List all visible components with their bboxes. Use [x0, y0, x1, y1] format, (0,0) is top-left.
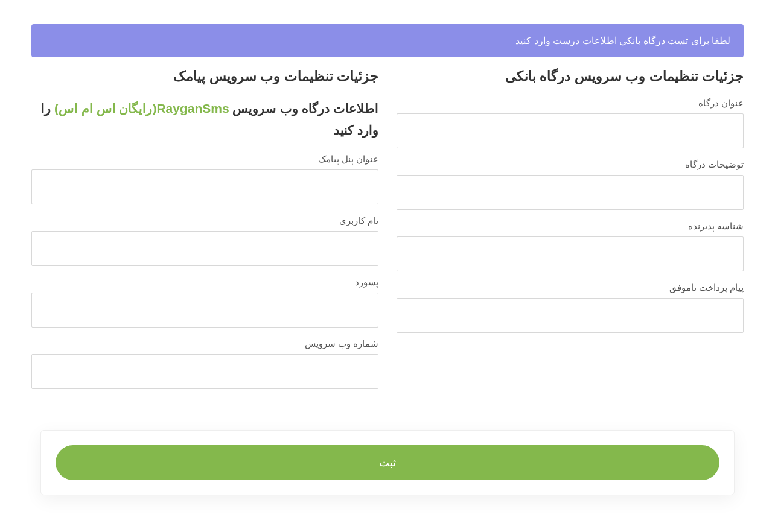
- gateway-merchant-label: شناسه پذیرنده: [397, 221, 744, 232]
- page-container: لطفا برای تست درگاه بانکی اطلاعات درست و…: [0, 0, 775, 495]
- sms-column: جزئیات تنظیمات وب سرویس پیامک اطلاعات در…: [31, 68, 378, 400]
- gateway-merchant-input[interactable]: [397, 236, 744, 271]
- gateway-column: جزئیات تنظیمات وب سرویس درگاه بانکی عنوا…: [397, 68, 744, 400]
- sms-username-group: نام کاربری: [31, 215, 378, 266]
- submit-panel: ثبت: [40, 430, 735, 495]
- sms-username-input[interactable]: [31, 231, 378, 266]
- sms-brand-name: RayganSms(رایگان اس ام اس): [54, 101, 229, 115]
- sms-password-label: پسورد: [31, 277, 378, 288]
- gateway-description-group: توضیحات درگاه: [397, 159, 744, 210]
- sms-subheading: اطلاعات درگاه وب سرویس RayganSms(رایگان …: [31, 98, 378, 141]
- sms-panel-title-label: عنوان پنل پیامک: [31, 154, 378, 165]
- sms-panel-title-group: عنوان پنل پیامک: [31, 154, 378, 204]
- alert-text: لطفا برای تست درگاه بانکی اطلاعات درست و…: [515, 36, 730, 46]
- sms-password-input[interactable]: [31, 293, 378, 328]
- gateway-heading: جزئیات تنظیمات وب سرویس درگاه بانکی: [397, 68, 744, 84]
- gateway-description-label: توضیحات درگاه: [397, 159, 744, 170]
- gateway-merchant-group: شناسه پذیرنده: [397, 221, 744, 271]
- sms-subheading-prefix: اطلاعات درگاه وب سرویس: [229, 101, 378, 115]
- gateway-description-input[interactable]: [397, 175, 744, 210]
- gateway-title-input[interactable]: [397, 113, 744, 148]
- submit-button[interactable]: ثبت: [56, 445, 719, 480]
- gateway-fail-message-input[interactable]: [397, 298, 744, 333]
- sms-service-number-group: شماره وب سرویس: [31, 338, 378, 389]
- gateway-fail-message-label: پیام پرداخت ناموفق: [397, 282, 744, 293]
- sms-password-group: پسورد: [31, 277, 378, 328]
- form-columns: جزئیات تنظیمات وب سرویس درگاه بانکی عنوا…: [31, 68, 744, 400]
- gateway-fail-message-group: پیام پرداخت ناموفق: [397, 282, 744, 333]
- sms-username-label: نام کاربری: [31, 215, 378, 226]
- sms-panel-title-input[interactable]: [31, 169, 378, 204]
- gateway-title-group: عنوان درگاه: [397, 98, 744, 148]
- sms-service-number-input[interactable]: [31, 354, 378, 389]
- info-alert: لطفا برای تست درگاه بانکی اطلاعات درست و…: [31, 24, 744, 57]
- sms-heading: جزئیات تنظیمات وب سرویس پیامک: [31, 68, 378, 84]
- sms-service-number-label: شماره وب سرویس: [31, 338, 378, 349]
- gateway-title-label: عنوان درگاه: [397, 98, 744, 109]
